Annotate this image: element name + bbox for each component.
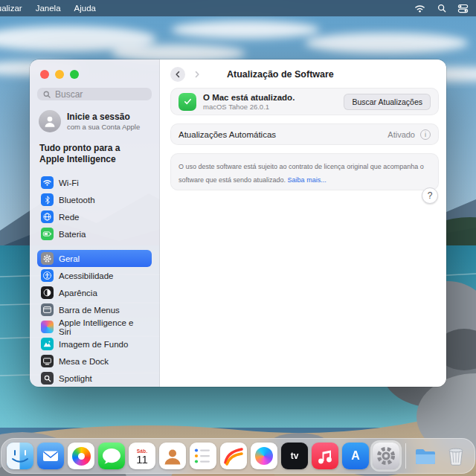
update-check-icon: [178, 93, 196, 111]
help-button[interactable]: ?: [422, 187, 438, 204]
signin-subtitle: com a sua Conta Apple: [67, 123, 140, 131]
dock-news-icon[interactable]: [220, 443, 247, 469]
dock-calendar-icon[interactable]: Sáb. 11: [129, 443, 155, 469]
automatic-updates-label: Atualizações Automáticas: [178, 130, 276, 139]
dock-trash-icon[interactable]: [443, 443, 469, 469]
profile-signin[interactable]: Inicie a sessão com a sua Conta Apple: [39, 110, 150, 132]
gear-icon: [41, 252, 54, 265]
sidebar-nav: Wi-Fi Bluetooth Rede: [37, 174, 152, 387]
dock-apple-tv-icon[interactable]: tv: [281, 443, 308, 469]
appearance-icon: [41, 286, 54, 299]
menu-item-visualizar[interactable]: Visualizar: [0, 4, 22, 13]
dock-system-settings-icon[interactable]: [373, 443, 399, 469]
accessibility-icon: [41, 269, 54, 282]
app-store-glyph: A: [351, 449, 360, 463]
bluetooth-icon: [41, 193, 54, 206]
sidebar-item-imagem-de-fundo[interactable]: Imagem de Fundo: [37, 335, 152, 353]
search-icon: [42, 90, 51, 99]
sidebar-item-label: Aparência: [59, 289, 97, 298]
sidebar: Inicie a sessão com a sua Conta Apple Tu…: [30, 60, 160, 387]
chevron-left-icon: [173, 70, 182, 79]
apple-tv-glyph: tv: [291, 451, 299, 461]
dock-photos-icon[interactable]: [68, 443, 94, 469]
sidebar-item-bluetooth[interactable]: Bluetooth: [37, 191, 152, 208]
info-icon[interactable]: i: [420, 129, 431, 140]
menu-item-janela[interactable]: Janela: [36, 4, 61, 13]
settings-window: Inicie a sessão com a sua Conta Apple Tu…: [30, 60, 446, 387]
sidebar-item-wifi[interactable]: Wi-Fi: [37, 174, 152, 191]
os-version: macOS Tahoe 26.0.1: [203, 103, 295, 111]
sidebar-item-acessibilidade[interactable]: Acessibilidade: [37, 267, 152, 284]
check-updates-button[interactable]: Buscar Atualizações: [344, 94, 431, 110]
menu-items: Visualizar Janela Ajuda: [0, 4, 96, 13]
siri-icon: [41, 321, 54, 333]
wifi-status-icon[interactable]: [414, 3, 425, 14]
close-button[interactable]: [40, 70, 49, 79]
update-status-title: O Mac está atualizado.: [203, 93, 295, 102]
search-status-icon[interactable]: [436, 3, 447, 14]
license-note: O uso deste software está sujeito ao con…: [170, 153, 439, 190]
dock-messages-icon[interactable]: [98, 443, 125, 469]
sidebar-item-label: Mesa e Dock: [59, 357, 109, 366]
sidebar-item-label: Wi-Fi: [59, 178, 79, 187]
search-field[interactable]: [37, 88, 152, 100]
sidebar-item-label: Barra de Menus: [59, 306, 120, 315]
siri-orb: [255, 447, 273, 465]
dock-contacts-icon[interactable]: [159, 443, 186, 469]
sidebar-item-label: Rede: [59, 213, 80, 222]
sidebar-item-label: Bluetooth: [59, 196, 95, 205]
menu-item-ajuda[interactable]: Ajuda: [74, 4, 96, 13]
sidebar-item-label: Bateria: [59, 230, 86, 239]
dock-app-store-icon[interactable]: A: [342, 443, 369, 469]
desktop-dock-icon: [41, 355, 54, 367]
calendar-day: 11: [136, 454, 148, 466]
spotlight-icon: [41, 372, 54, 385]
sidebar-item-mesa-e-dock[interactable]: Mesa e Dock: [37, 353, 152, 370]
sidebar-item-rede[interactable]: Rede: [37, 208, 152, 225]
sidebar-item-barra-de-menus[interactable]: Barra de Menus: [37, 301, 152, 318]
dock-mail-icon[interactable]: [37, 443, 64, 469]
menu-bar-icon: [41, 303, 54, 316]
dock-divider: [405, 443, 406, 469]
apple-intelligence-banner[interactable]: Tudo pronto para a Apple Intelligence: [39, 143, 129, 165]
window-controls: [40, 70, 152, 79]
chevron-right-icon: [193, 70, 202, 79]
search-input[interactable]: [55, 89, 147, 100]
sidebar-item-label: Imagem de Fundo: [59, 340, 128, 349]
update-status-card: O Mac está atualizado. macOS Tahoe 26.0.…: [170, 88, 439, 115]
dock-siri-icon[interactable]: [251, 443, 277, 469]
photos-pinwheel: [72, 447, 91, 466]
automatic-updates-row[interactable]: Atualizações Automáticas Ativado i: [170, 123, 439, 145]
dock-reminders-icon[interactable]: [190, 443, 216, 469]
avatar: [39, 110, 61, 132]
person-icon: [42, 114, 57, 129]
sidebar-item-apple-intelligence-siri[interactable]: Apple Intelligence e Siri: [37, 318, 152, 335]
sidebar-group-gap: [37, 242, 152, 250]
wallpaper-icon: [41, 338, 54, 350]
forward-button[interactable]: [190, 67, 205, 82]
page-title: Atualização de Software: [227, 69, 334, 80]
battery-icon: [41, 228, 54, 240]
sidebar-item-label: Spotlight: [59, 374, 92, 383]
automatic-updates-value: Ativado: [387, 130, 415, 139]
software-update-pane: Atualização de Software O Mac está atual…: [160, 60, 446, 387]
menu-bar: Visualizar Janela Ajuda: [0, 0, 476, 16]
back-button[interactable]: [170, 67, 185, 82]
sidebar-item-spotlight[interactable]: Spotlight: [37, 370, 152, 387]
sidebar-item-aparencia[interactable]: Aparência: [37, 284, 152, 301]
minimize-button[interactable]: [55, 70, 64, 79]
sidebar-item-label: Geral: [59, 254, 80, 263]
globe-icon: [41, 210, 54, 223]
sidebar-item-label: Apple Intelligence e Siri: [59, 318, 148, 336]
sidebar-item-geral[interactable]: Geral: [37, 250, 152, 267]
control-center-icon[interactable]: [457, 3, 469, 14]
sidebar-item-bateria[interactable]: Bateria: [37, 225, 152, 242]
zoom-button[interactable]: [70, 70, 79, 79]
dock-finder-icon[interactable]: [7, 443, 33, 469]
learn-more-link[interactable]: Saiba mais...: [288, 176, 327, 184]
sidebar-item-label: Acessibilidade: [59, 271, 114, 280]
dock-music-icon[interactable]: [312, 443, 338, 469]
signin-title: Inicie a sessão: [67, 112, 140, 122]
dock: Sáb. 11 tv A: [1, 438, 475, 474]
dock-downloads-folder-icon[interactable]: [412, 443, 439, 469]
